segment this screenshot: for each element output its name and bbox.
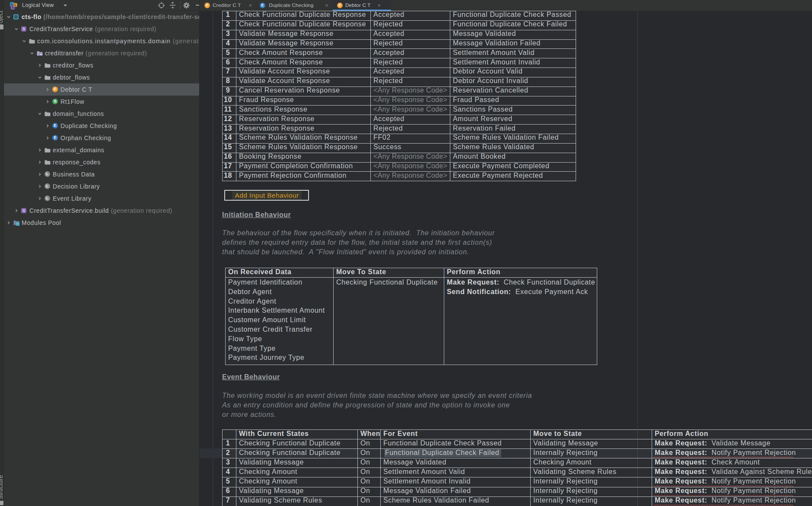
svg-text:M: M [40,53,42,56]
